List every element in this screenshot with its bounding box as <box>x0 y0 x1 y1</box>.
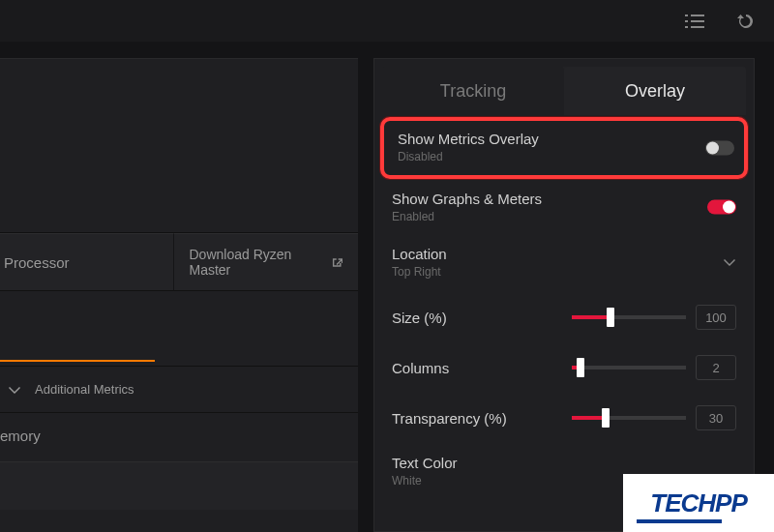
columns-title: Columns <box>392 360 572 376</box>
tab-tracking[interactable]: Tracking <box>382 67 564 115</box>
chevron-down-icon <box>723 255 736 269</box>
right-panel: Tracking Overlay Show Metrics Overlay Di… <box>373 58 755 532</box>
setting-columns: Columns 2 <box>374 340 754 390</box>
setting-location[interactable]: Location Top Right <box>374 234 754 289</box>
additional-metrics-label: Additional Metrics <box>35 382 134 397</box>
svg-rect-3 <box>691 20 704 22</box>
processor-label: Processor <box>4 254 70 271</box>
svg-rect-4 <box>685 26 688 28</box>
chart-line <box>0 360 155 362</box>
size-title: Size (%) <box>392 310 572 326</box>
text-color-title: Text Color <box>392 455 736 471</box>
additional-metrics-row[interactable]: Additional Metrics <box>0 367 358 413</box>
setting-size: Size (%) 100 <box>374 289 754 340</box>
left-panel: Processor Download Ryzen Master Addition… <box>0 58 358 532</box>
show-graphs-toggle[interactable] <box>707 200 736 215</box>
setting-show-metrics-overlay: Show Metrics Overlay Disabled <box>380 117 748 179</box>
transparency-slider[interactable] <box>572 409 686 427</box>
show-graphs-title: Show Graphs & Meters <box>392 191 736 207</box>
show-metrics-toggle[interactable] <box>705 141 734 156</box>
svg-rect-1 <box>691 15 704 16</box>
show-metrics-sub: Disabled <box>398 150 730 163</box>
size-slider[interactable] <box>572 309 686 326</box>
processor-label-cell: Processor <box>0 233 174 291</box>
tabs: Tracking Overlay <box>374 59 754 115</box>
setting-show-graphs: Show Graphs & Meters Enabled <box>374 179 754 234</box>
list-icon[interactable] <box>685 14 704 29</box>
show-metrics-title: Show Metrics Overlay <box>398 131 730 147</box>
svg-rect-2 <box>685 20 688 22</box>
chart-area <box>0 291 358 367</box>
setting-transparency: Transparency (%) 30 <box>374 390 754 440</box>
external-link-icon <box>331 256 342 269</box>
size-value[interactable]: 100 <box>696 305 736 330</box>
svg-rect-0 <box>685 15 688 16</box>
show-graphs-sub: Enabled <box>392 210 736 223</box>
left-empty-block <box>0 59 358 233</box>
top-bar <box>0 0 774 42</box>
tab-overlay[interactable]: Overlay <box>564 67 746 115</box>
location-title: Location <box>392 246 736 262</box>
download-ryzen-label: Download Ryzen Master <box>190 247 331 278</box>
undo-icon[interactable] <box>737 13 755 30</box>
location-sub: Top Right <box>392 265 736 279</box>
svg-rect-5 <box>691 26 704 28</box>
transparency-value[interactable]: 30 <box>696 405 736 430</box>
memory-block <box>0 461 358 510</box>
transparency-title: Transparency (%) <box>392 410 572 427</box>
chevron-down-icon <box>8 383 21 397</box>
processor-row: Processor Download Ryzen Master <box>0 233 358 291</box>
download-ryzen-cell[interactable]: Download Ryzen Master <box>174 233 359 291</box>
watermark-logo: TECHPP <box>623 474 774 532</box>
memory-heading: emory <box>0 413 358 458</box>
columns-slider[interactable] <box>572 359 686 376</box>
columns-value[interactable]: 2 <box>696 355 736 380</box>
watermark-text: TECHPP <box>650 488 746 518</box>
